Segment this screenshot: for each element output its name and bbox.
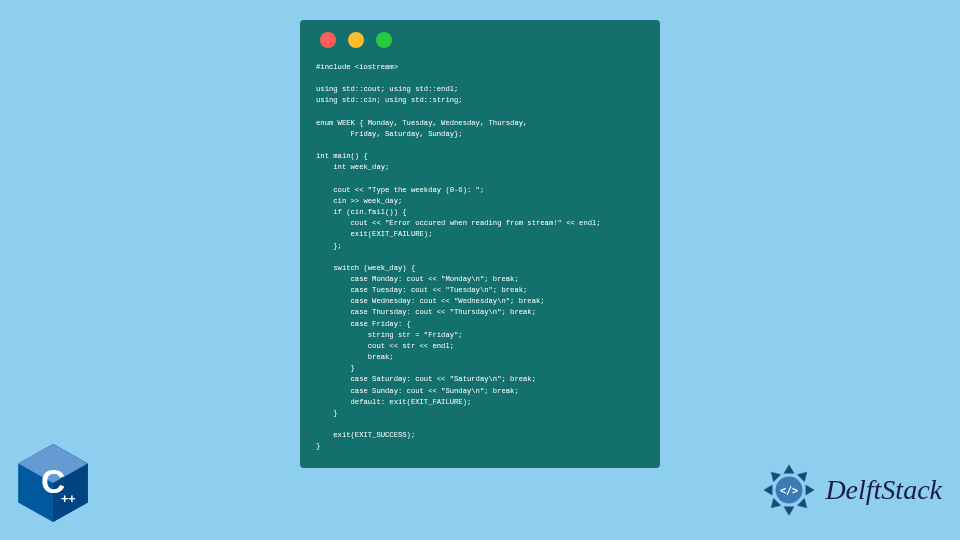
delftstack-logo-icon: </> xyxy=(761,462,817,518)
svg-marker-7 xyxy=(784,507,794,515)
code-content: #include <iostream> using std::cout; usi… xyxy=(316,62,644,452)
window-controls xyxy=(316,32,644,48)
svg-text:</>: </> xyxy=(780,485,798,496)
brand-name: DelftStack xyxy=(825,474,942,506)
svg-marker-6 xyxy=(798,498,811,511)
svg-marker-4 xyxy=(798,469,811,482)
svg-marker-5 xyxy=(806,485,814,495)
code-window: #include <iostream> using std::cout; usi… xyxy=(300,20,660,468)
svg-marker-10 xyxy=(768,469,781,482)
svg-marker-8 xyxy=(768,498,781,511)
minimize-icon xyxy=(348,32,364,48)
cpp-logo-icon: C ++ xyxy=(18,444,88,522)
cpp-plus: ++ xyxy=(61,492,76,506)
svg-marker-3 xyxy=(784,465,794,473)
brand-block: </> DelftStack xyxy=(761,462,942,518)
close-icon xyxy=(320,32,336,48)
maximize-icon xyxy=(376,32,392,48)
svg-marker-9 xyxy=(764,485,772,495)
